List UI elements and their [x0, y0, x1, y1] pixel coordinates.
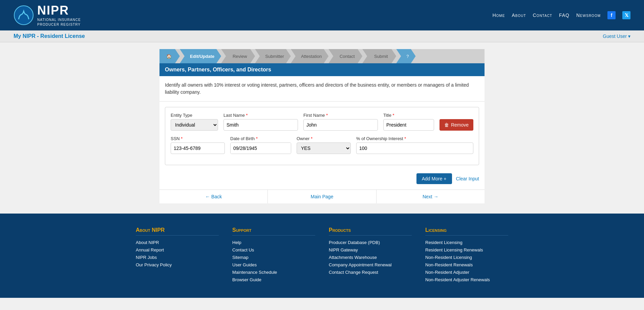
step-edit-update-label: Edit/Update: [190, 54, 214, 59]
form-row-1: Entity Type Individual Business Last Nam…: [171, 113, 473, 131]
home-icon: 🏠: [166, 54, 172, 59]
title-input[interactable]: [383, 119, 434, 131]
last-name-label: Last Name *: [223, 113, 298, 118]
facebook-icon[interactable]: f: [607, 11, 616, 19]
ssn-label: SSN *: [171, 136, 225, 141]
footer-licensing-title: Licensing: [425, 227, 508, 236]
next-button[interactable]: Next →: [377, 190, 485, 203]
logo-nipr: NIPR: [37, 3, 81, 18]
dob-required: *: [256, 136, 258, 141]
footer-link-nipr-gateway[interactable]: NIPR Gateway: [329, 247, 358, 252]
footer-link-resident-licensing[interactable]: Resident Licensing: [425, 240, 463, 245]
step-help[interactable]: ?: [396, 49, 415, 63]
footer-link-nonresident-adjuster-renewals[interactable]: Non-Resident Adjuster Renewals: [425, 277, 490, 282]
step-attestation[interactable]: Attestation: [291, 49, 328, 63]
remove-spacer: [439, 113, 473, 118]
footer-link-nonresident-adjuster[interactable]: Non-Resident Adjuster: [425, 270, 469, 275]
footer-link-help[interactable]: Help: [232, 240, 241, 245]
logo-sub1: NATIONAL INSURANCE: [37, 18, 81, 22]
nav-newsroom[interactable]: Newsroom: [576, 13, 601, 18]
nav-home[interactable]: Home: [492, 13, 505, 18]
footer-link-contact-us[interactable]: Contact Us: [232, 247, 254, 252]
footer-link-browser-guide[interactable]: Browser Guide: [232, 277, 261, 282]
footer-about: About NIPR About NIPR Annual Report NIPR…: [136, 227, 219, 284]
action-row: Add More + Clear Input: [159, 171, 485, 190]
section-header: Owners, Partners, Officers, and Director…: [159, 63, 485, 76]
ownership-input[interactable]: [356, 142, 473, 154]
footer-link-pdb[interactable]: Producer Database (PDB): [329, 240, 380, 245]
first-name-field: First Name *: [303, 113, 378, 131]
footer-link-user-guides[interactable]: User Guides: [232, 262, 257, 267]
nav-contact[interactable]: Contact: [533, 13, 552, 18]
title-field: Title *: [383, 113, 434, 131]
clear-label: Clear Input: [456, 176, 479, 181]
first-name-input[interactable]: [303, 119, 378, 131]
add-more-button[interactable]: Add More +: [416, 173, 452, 184]
remove-button-area: 🗑 Remove: [439, 113, 473, 131]
main-content: 🏠 Edit/Update Review Submitter Attestati…: [159, 49, 485, 203]
step-review[interactable]: Review: [221, 49, 255, 63]
twitter-icon[interactable]: 𝕏: [622, 11, 630, 19]
step-edit-update[interactable]: Edit/Update: [180, 49, 221, 63]
dob-wrapper: 📅: [230, 142, 291, 154]
first-name-required: *: [326, 113, 328, 118]
nav-links: Home About Contact FAQ Newsroom f 𝕏: [492, 11, 630, 19]
footer-link-nonresident-licensing[interactable]: Non-Resident Licensing: [425, 255, 472, 260]
dob-input[interactable]: [231, 143, 291, 154]
clear-input-button[interactable]: Clear Input: [456, 176, 479, 181]
last-name-field: Last Name *: [223, 113, 298, 131]
entity-type-label: Entity Type: [171, 113, 218, 118]
footer-link-annual-report[interactable]: Annual Report: [136, 247, 164, 252]
trash-icon: 🗑: [444, 122, 449, 128]
footer-link-contact-change[interactable]: Contact Change Request: [329, 270, 378, 275]
step-home[interactable]: 🏠: [159, 49, 180, 63]
step-contact-label: Contact: [340, 54, 355, 59]
footer-products-links: Producer Database (PDB) NIPR Gateway Att…: [329, 240, 412, 275]
step-submitter[interactable]: Submitter: [255, 49, 291, 63]
step-attestation-label: Attestation: [301, 54, 322, 59]
footer-support-title: Support: [232, 227, 315, 236]
owner-label: Owner *: [297, 136, 351, 141]
help-icon: ?: [406, 54, 409, 59]
nav-faq[interactable]: FAQ: [559, 13, 570, 18]
footer-link-resident-renewals[interactable]: Resident Licensing Renewals: [425, 247, 483, 252]
title-label: Title *: [383, 113, 434, 118]
step-contact[interactable]: Contact: [328, 49, 362, 63]
add-more-label: Add More +: [422, 176, 447, 181]
owner-required: *: [311, 136, 313, 141]
user-menu[interactable]: Guest User ▾: [603, 34, 630, 39]
header: NIPR NATIONAL INSURANCE PRODUCER REGISTR…: [0, 0, 644, 30]
entity-type-field: Entity Type Individual Business: [171, 113, 218, 131]
last-name-input[interactable]: [223, 119, 298, 131]
main-page-button[interactable]: Main Page: [268, 190, 376, 203]
footer-link-maintenance[interactable]: Maintenance Schedule: [232, 270, 277, 275]
footer-products-title: Products: [329, 227, 412, 236]
footer-support: Support Help Contact Us Sitemap User Gui…: [232, 227, 315, 284]
back-button[interactable]: ← Back: [159, 190, 268, 203]
dob-field: Date of Birth * 📅: [230, 136, 291, 154]
dob-label: Date of Birth *: [230, 136, 291, 141]
footer-link-nipr-jobs[interactable]: NIPR Jobs: [136, 255, 157, 260]
footer-link-attachments-warehouse[interactable]: Attachments Warehouse: [329, 255, 377, 260]
ownership-label: % of Ownership Interest *: [356, 136, 473, 141]
footer-link-company-appointment[interactable]: Company Appointment Renewal: [329, 262, 392, 267]
ssn-input[interactable]: [171, 142, 225, 154]
footer-licensing: Licensing Resident Licensing Resident Li…: [425, 227, 508, 284]
owner-select[interactable]: YES NO: [297, 142, 351, 154]
footer-licensing-links: Resident Licensing Resident Licensing Re…: [425, 240, 508, 282]
entity-type-select[interactable]: Individual Business: [171, 119, 218, 131]
remove-button[interactable]: 🗑 Remove: [439, 119, 473, 131]
footer-support-links: Help Contact Us Sitemap User Guides Main…: [232, 240, 315, 282]
footer-link-nonresident-renewals[interactable]: Non-Resident Renewals: [425, 262, 473, 267]
footer-link-sitemap[interactable]: Sitemap: [232, 255, 249, 260]
footer-link-about-nipr[interactable]: About NIPR: [136, 240, 159, 245]
owner-field: Owner * YES NO: [297, 136, 351, 154]
sub-header: My NIPR - Resident License Guest User ▾: [0, 30, 644, 42]
step-review-label: Review: [233, 54, 247, 59]
footer: About NIPR About NIPR Annual Report NIPR…: [0, 214, 644, 298]
step-submit[interactable]: Submit: [362, 49, 396, 63]
nav-about[interactable]: About: [512, 13, 526, 18]
step-submit-label: Submit: [374, 54, 388, 59]
footer-link-privacy-policy[interactable]: Our Privacy Policy: [136, 262, 172, 267]
footer-about-title: About NIPR: [136, 227, 219, 236]
